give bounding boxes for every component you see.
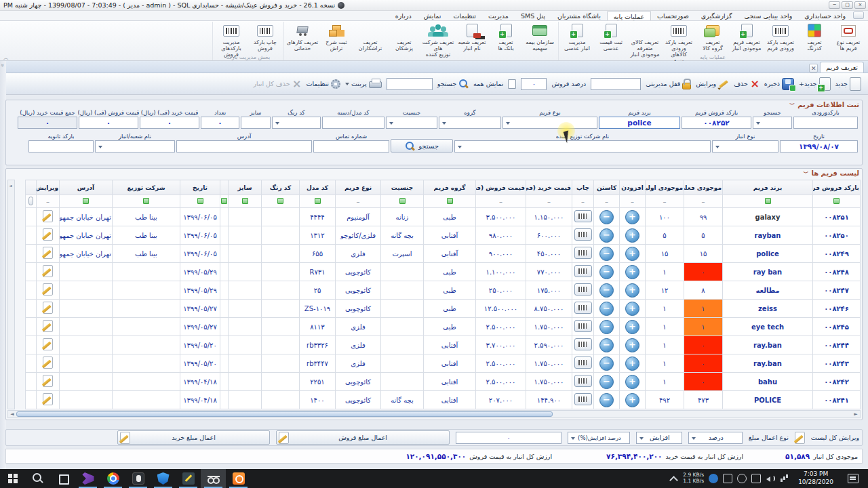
table-row[interactable]: ۰۰۸۲۴۷مطالعه۸۱۲۱۷۵.۰۰۰۲۵۰.۰۰۰طبیکائوچویی… xyxy=(26,281,861,300)
taskbar-devtool-button[interactable] xyxy=(176,469,201,488)
print-barcode-button[interactable] xyxy=(574,210,592,222)
column-header-color[interactable]: کد رنگ xyxy=(262,180,300,195)
edit-row-button[interactable] xyxy=(43,320,53,332)
print-barcode-button[interactable] xyxy=(574,265,592,277)
toolbar-button-قفل مدیریتی[interactable]: قفل مدیریتی xyxy=(646,78,691,89)
filter-cell-current[interactable]: – xyxy=(684,195,723,208)
increase-value-input[interactable] xyxy=(456,432,561,444)
taskbar-clock[interactable]: 7:03 PM 10/28/2020 xyxy=(794,470,837,486)
subtract-stock-button[interactable] xyxy=(599,357,614,371)
table-row[interactable]: ۰۰۸۲۴۲bahu۰۱۱.۷۵۰.۰۰۰۲.۵۰۰.۰۰۰افتابیکائو… xyxy=(26,373,861,391)
filter-cell-print[interactable]: – xyxy=(572,195,594,208)
edit-row-button[interactable] xyxy=(43,393,53,405)
subtract-stock-button[interactable] xyxy=(599,338,614,352)
table-row[interactable]: ۰۰۸۲۴۵eye tech۱۱۱.۷۵۰.۰۰۰۲.۵۰۰.۰۰۰طبیفلز… xyxy=(26,318,861,336)
menu-item-4[interactable]: عملیات پایه xyxy=(607,11,651,20)
field-input-جمع قیمت خرید (ریال)[interactable] xyxy=(18,117,77,129)
edit-row-button[interactable] xyxy=(43,375,53,387)
ribbon-button[interactable]: تعریف کدرنگ xyxy=(797,22,831,54)
taskbar-glasses-button[interactable] xyxy=(201,469,226,488)
field-select-جستجو[interactable] xyxy=(753,117,792,129)
subtract-stock-button[interactable] xyxy=(599,210,614,224)
menu-item-1[interactable]: واحد بینایی سنجی xyxy=(738,11,799,20)
add-stock-button[interactable] xyxy=(625,338,639,352)
edit-row-button[interactable] xyxy=(43,302,53,314)
scrollbar-thumb[interactable] xyxy=(16,411,553,417)
field-input-قیمت خرید (فی) (ریال)[interactable] xyxy=(140,117,199,129)
column-header-add[interactable]: افزودن xyxy=(620,180,646,195)
apply-sell-price-button[interactable]: اعمال مبلغ فروش xyxy=(276,430,450,445)
add-stock-button[interactable] xyxy=(625,393,639,407)
subtract-stock-button[interactable] xyxy=(599,247,614,261)
ribbon-button[interactable]: چاپ بارکد فروش xyxy=(248,22,282,54)
scroll-right-icon[interactable]: ► xyxy=(852,411,860,418)
field-input-شماره تماس[interactable] xyxy=(313,140,389,152)
column-header-company[interactable]: شرکت توزیع xyxy=(113,180,180,195)
column-header-rowhdr[interactable] xyxy=(26,180,37,195)
column-header-date[interactable]: تاریخ xyxy=(180,180,220,195)
filter-cell-color[interactable] xyxy=(262,195,300,208)
toolbar-iconbtn-9[interactable] xyxy=(508,79,516,89)
menu-item-7[interactable]: مدیریت xyxy=(482,11,515,20)
column-header-brand[interactable]: برند فریم xyxy=(723,180,813,195)
increase-dropdown[interactable]: افزایش xyxy=(636,432,682,444)
column-header-group[interactable]: گروه فریم xyxy=(424,180,476,195)
filter-cell-type[interactable]: – xyxy=(336,195,381,208)
ribbon-button[interactable]: تعریف کارهای خدماتی xyxy=(285,22,319,54)
minimize-button[interactable]: ─ xyxy=(829,1,840,9)
volume-icon[interactable] xyxy=(766,474,775,483)
table-row[interactable]: ۰۰۸۲۵۱galaxy۹۹۱۰۰۱.۱۵۰.۰۰۰۳.۵۰۰.۰۰۰طبیزن… xyxy=(26,208,861,226)
tray-expand-icon[interactable] xyxy=(669,474,678,483)
ribbon-button[interactable]: تعریف بانک ها xyxy=(489,22,523,54)
filter-cell-initial[interactable]: – xyxy=(646,195,684,208)
column-header-buy[interactable]: قیمت خرید (فی) xyxy=(526,180,572,195)
ribbon-button[interactable]: ثبت شرح تراش xyxy=(319,22,353,54)
filter-cell-gender[interactable] xyxy=(381,195,424,208)
ribbon-button[interactable]: تعریف بارکد ورودی فریم xyxy=(764,22,797,54)
filter-cell-model[interactable] xyxy=(300,195,336,208)
subtract-stock-button[interactable] xyxy=(599,302,614,316)
column-header-sell[interactable]: قیمت فروش (فی) xyxy=(476,180,526,195)
toolbar-input-8[interactable] xyxy=(521,78,547,90)
print-barcode-button[interactable] xyxy=(574,375,592,387)
filter-cell-brand[interactable] xyxy=(723,195,813,208)
edit-row-button[interactable] xyxy=(43,247,53,259)
filter-cell-group[interactable] xyxy=(424,195,476,208)
taskbar-hotspot-button[interactable] xyxy=(151,469,176,488)
menu-item-8[interactable]: تنظیمات xyxy=(448,11,483,20)
tray-app-icon[interactable] xyxy=(723,474,732,483)
subtract-stock-button[interactable] xyxy=(599,393,614,407)
edit-whole-list-label[interactable]: ویرایش کل لیست xyxy=(811,434,859,441)
column-header-current[interactable]: موجودی فعلی xyxy=(684,180,723,195)
table-row[interactable]: ۰۰۸۲۴۹police۱۵۱۵۴۵۰.۰۰۰۹۰۰.۰۰۰آفتابیاسپر… xyxy=(26,245,861,263)
toolbar-input-12[interactable] xyxy=(387,78,433,90)
toolbar-button-پرینت[interactable]: پرینت xyxy=(345,79,382,89)
ribbon-button[interactable]: مدیریت انبار عدسی xyxy=(560,22,594,54)
add-stock-button[interactable] xyxy=(625,375,639,389)
field-select-گروه[interactable] xyxy=(439,117,501,129)
menu-item-2[interactable]: گزارشگیری xyxy=(695,11,738,20)
column-header-size[interactable]: سایز xyxy=(229,180,262,195)
menu-item-9[interactable]: نمایش xyxy=(418,11,448,20)
print-barcode-button[interactable] xyxy=(574,338,592,350)
tray-app-icon[interactable] xyxy=(737,474,747,483)
field-input-برند فریم[interactable] xyxy=(599,117,680,129)
menu-item-0[interactable]: واحد حسابداری xyxy=(798,11,852,20)
field-input-کد مدل/دسته[interactable] xyxy=(322,117,384,129)
column-header-edit[interactable]: ویرایش xyxy=(37,180,60,195)
menu-item-10[interactable]: درباره xyxy=(389,11,418,20)
filter-cell-date[interactable] xyxy=(180,195,220,208)
filter-cell-barcode[interactable] xyxy=(813,195,861,208)
taskbar-search-button[interactable] xyxy=(25,469,50,488)
print-barcode-button[interactable] xyxy=(574,228,592,241)
increase-percent-dropdown[interactable]: درصد افزایش(%) xyxy=(568,432,630,444)
field-input-بارکد ثانویه[interactable] xyxy=(28,140,94,152)
column-header-print[interactable]: چاپ xyxy=(572,180,594,195)
column-header-barcode[interactable]: بارکد فروش فریم xyxy=(813,180,861,195)
ribbon-button[interactable]: ثبت قیمت عدسی xyxy=(594,22,628,54)
add-stock-button[interactable] xyxy=(625,247,639,261)
menu-item-3[interactable]: صورتحساب xyxy=(651,11,695,20)
field-input-بارکد فروش فریم[interactable] xyxy=(682,117,751,129)
edit-row-button[interactable] xyxy=(43,265,53,277)
taskbar-chrome-button[interactable] xyxy=(100,469,125,488)
